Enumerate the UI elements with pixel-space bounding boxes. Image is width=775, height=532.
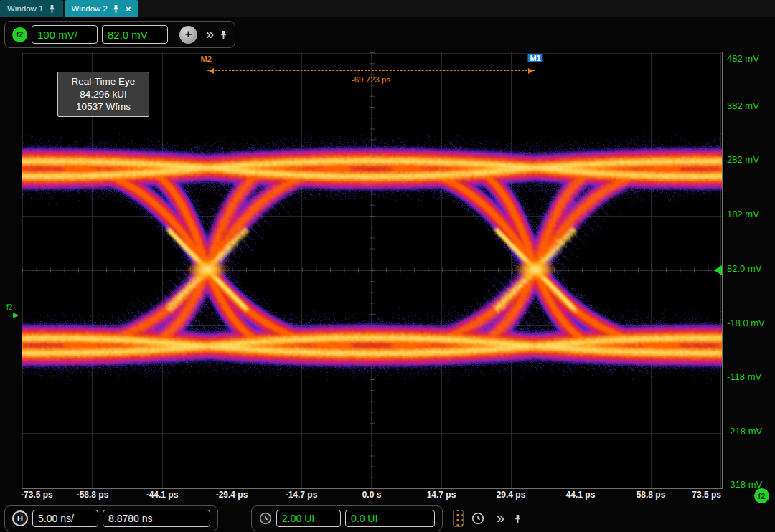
- eye-position-field[interactable]: 0.0 UI: [345, 510, 435, 527]
- x-axis-label: -44.1 ps: [136, 490, 188, 500]
- eye-density-layers: [22, 161, 722, 354]
- y-axis-label: -218 mV: [727, 426, 773, 437]
- crossing-hotspots: [186, 259, 557, 280]
- eye-diagram: [22, 52, 722, 488]
- vertical-toolbar: f2 100 mV/ 82.0 mV + »: [4, 19, 235, 50]
- chevrons-icon[interactable]: »: [497, 510, 504, 525]
- corner-channel-badge-wrap: f2: [754, 488, 769, 503]
- tab-window-1[interactable]: Window 1: [0, 0, 63, 17]
- y-axis-label: 282 mV: [727, 154, 773, 165]
- x-axis-label: 0.0 s: [346, 490, 398, 500]
- x-axis-label: 44.1 ps: [555, 490, 606, 500]
- oscilloscope-screen: Window 1 Window 2 × f2 100 mV/ 82.0 mV +…: [0, 0, 775, 532]
- toolbar-icon-row: »: [453, 510, 522, 527]
- marker-delta-value: -69.723 ps: [207, 75, 535, 84]
- y-axis-label: -118 mV: [727, 371, 773, 382]
- marker-delta-arrow: [207, 70, 535, 71]
- x-axis-label: 14.7 ps: [415, 490, 467, 500]
- y-axis-label: 482 mV: [727, 53, 773, 64]
- timebase-position-field[interactable]: 8.8780 ns: [103, 510, 210, 527]
- pin-icon[interactable]: [514, 514, 522, 523]
- y-axis-label: 82.0 mV: [727, 263, 773, 274]
- marker-m2-line[interactable]: [207, 52, 207, 488]
- tab-label: Window 1: [7, 4, 44, 13]
- y-axis-label: 182 mV: [727, 209, 773, 219]
- add-button[interactable]: +: [179, 26, 197, 44]
- x-axis-label: -29.4 ps: [206, 490, 258, 500]
- channel-f2-badge[interactable]: f2: [754, 488, 769, 503]
- horizontal-badge[interactable]: H: [12, 510, 28, 526]
- close-icon[interactable]: ×: [126, 4, 131, 14]
- vertical-scale-field[interactable]: 100 mV/: [32, 25, 98, 44]
- horizontal-toolbar: H 5.00 ns/ 8.8780 ns 2.00 UI 0.0 UI »: [4, 506, 522, 531]
- timebase-scale-field[interactable]: 5.00 ns/: [32, 510, 98, 527]
- realtime-eye-info-box: Real-Time Eye 84.296 kUI 10537 Wfms: [57, 72, 149, 117]
- x-axis-label: -14.7 ps: [276, 490, 327, 500]
- y-axis-label: 382 mV: [727, 100, 773, 111]
- center-axes: [22, 52, 722, 488]
- marker-m1-label[interactable]: M1: [527, 54, 542, 62]
- info-wfm-count: 10537 Wfms: [58, 100, 149, 113]
- channel-ground-marker[interactable]: f2: [6, 304, 19, 318]
- x-axis-label: -58.8 ps: [67, 490, 118, 500]
- window-tabbar: Window 1 Window 2 ×: [0, 0, 775, 17]
- y-axis-label: -18.0 mV: [727, 318, 773, 328]
- pin-icon[interactable]: [48, 4, 56, 14]
- channel-f2-badge[interactable]: f2: [12, 27, 27, 42]
- pin-icon[interactable]: [112, 4, 120, 14]
- tab-window-2[interactable]: Window 2 ×: [65, 0, 138, 17]
- x-axis-label: 29.4 ps: [485, 490, 537, 500]
- clock-icon[interactable]: [471, 512, 484, 525]
- marker-m2-label[interactable]: M2: [201, 54, 212, 63]
- timebase-control-group: H 5.00 ns/ 8.8780 ns: [4, 505, 218, 531]
- info-ui-count: 84.296 kUI: [58, 88, 149, 101]
- waveform-display[interactable]: M2 M1 -69.723 ps Real-Time Eye 84.296 kU…: [22, 52, 723, 489]
- x-axis-label: 73.5 ps: [670, 490, 721, 500]
- vertical-offset-field[interactable]: 82.0 mV: [102, 25, 168, 44]
- drag-handle[interactable]: [453, 510, 464, 527]
- eye-window-control-group: 2.00 UI 0.0 UI: [251, 505, 443, 531]
- pin-icon[interactable]: [220, 30, 227, 39]
- vertical-control-group: f2 100 mV/ 82.0 mV + »: [4, 21, 235, 48]
- offset-level-marker[interactable]: [714, 265, 722, 275]
- tab-label: Window 2: [72, 4, 108, 13]
- eye-scale-field[interactable]: 2.00 UI: [276, 510, 341, 527]
- marker-m1-line[interactable]: [535, 52, 535, 488]
- ground-marker-label: f2: [6, 303, 12, 311]
- eye-timebase-clock-icon[interactable]: [259, 512, 272, 525]
- info-title: Real-Time Eye: [58, 75, 149, 88]
- chevrons-icon[interactable]: »: [206, 27, 214, 41]
- x-axis-label: -73.5 ps: [21, 490, 72, 500]
- ground-marker-arrow-icon: [13, 313, 19, 318]
